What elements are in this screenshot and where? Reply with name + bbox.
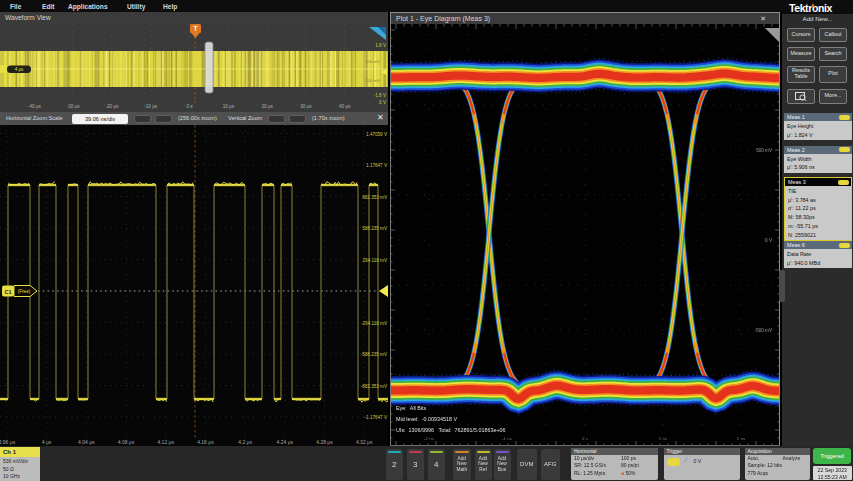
svg-text:-10 μs: -10 μs	[144, 104, 158, 109]
svg-text:4.2 μs: 4.2 μs	[238, 439, 252, 445]
svg-text:4.12 μs: 4.12 μs	[157, 439, 174, 445]
svg-text:-1 ns: -1 ns	[502, 436, 513, 441]
svg-text:882.353 mV: 882.353 mV	[362, 195, 388, 200]
svg-text:0 s: 0 s	[582, 436, 589, 441]
svg-text:-882.353 mV: -882.353 mV	[361, 384, 388, 389]
svg-text:4 μs: 4 μs	[15, 67, 24, 72]
svg-text:0 V: 0 V	[379, 100, 387, 105]
svg-text:500 mV: 500 mV	[366, 59, 381, 64]
svg-text:Mid level: -0.00934518 V: Mid level: -0.00934518 V	[396, 416, 458, 422]
svg-text:3.96 μs: 3.96 μs	[0, 439, 16, 445]
svg-text:0 V: 0 V	[765, 238, 773, 243]
svg-text:2 ns: 2 ns	[737, 436, 746, 441]
svg-text:T: T	[194, 25, 198, 32]
svg-text:4.28 μs: 4.28 μs	[316, 439, 333, 445]
svg-text:588.235 mV: 588.235 mV	[362, 226, 388, 231]
svg-text:(Free): (Free)	[18, 289, 31, 294]
svg-text:-500 mV: -500 mV	[755, 328, 773, 333]
svg-text:0 s: 0 s	[186, 104, 193, 109]
svg-text:4.16 μs: 4.16 μs	[197, 439, 214, 445]
svg-text:1 ns: 1 ns	[659, 436, 668, 441]
svg-text:-294.118 mV: -294.118 mV	[361, 321, 388, 326]
svg-text:Eye: All Bits: Eye: All Bits	[396, 405, 427, 411]
svg-text:1.17647 V: 1.17647 V	[366, 163, 388, 168]
svg-text:4.08 μs: 4.08 μs	[118, 439, 135, 445]
svg-text:4.32 μs: 4.32 μs	[356, 439, 373, 445]
svg-text:4.04 μs: 4.04 μs	[78, 439, 95, 445]
svg-text:-2 ns: -2 ns	[424, 436, 435, 441]
svg-text:UIs: 1306/9996 Total: 7628: UIs: 1306/9996 Total: 762891/5.01863e+06	[396, 427, 506, 433]
svg-text:-1.8 V: -1.8 V	[374, 93, 387, 98]
svg-text:-588.235 mV: -588.235 mV	[361, 352, 388, 357]
svg-text:1.8 V: 1.8 V	[375, 43, 387, 48]
svg-text:C1: C1	[4, 289, 11, 295]
svg-text:40 μs: 40 μs	[339, 104, 351, 109]
svg-text:294.118 mV: 294.118 mV	[363, 258, 388, 263]
svg-text:-1.17647 V: -1.17647 V	[365, 415, 388, 420]
svg-text:500 mV: 500 mV	[756, 148, 773, 153]
svg-text:10 μs: 10 μs	[223, 104, 235, 109]
svg-text:-30 μs: -30 μs	[67, 104, 81, 109]
svg-text:-500 mV: -500 mV	[364, 78, 380, 83]
svg-text:-20 μs: -20 μs	[105, 104, 119, 109]
svg-text:30 μs: 30 μs	[300, 104, 312, 109]
svg-text:-40 μs: -40 μs	[28, 104, 42, 109]
svg-text:1.47059 V: 1.47059 V	[366, 132, 388, 137]
svg-text:4 μs: 4 μs	[42, 439, 52, 445]
svg-text:4.24 μs: 4.24 μs	[277, 439, 294, 445]
svg-text:20 μs: 20 μs	[261, 104, 273, 109]
